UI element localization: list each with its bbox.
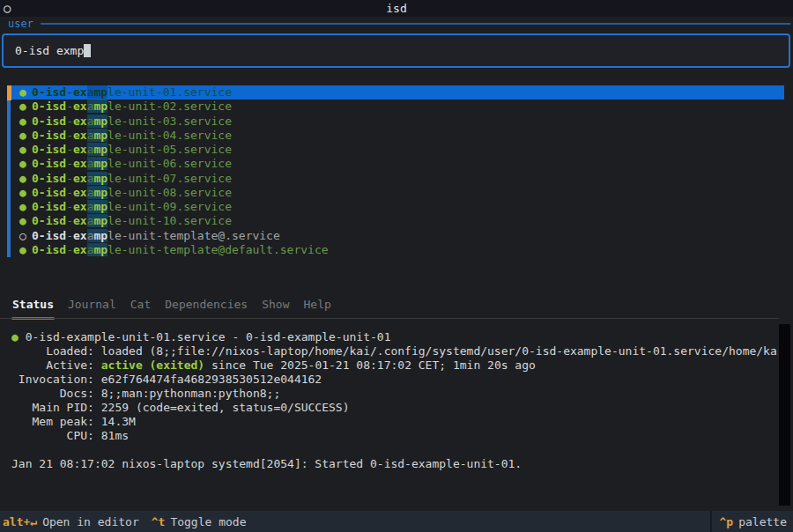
binding-label: Toggle mode [170, 515, 246, 528]
footer-binding[interactable]: alt+↵Open in editor [3, 515, 139, 528]
text-segment: - [66, 200, 73, 213]
unit-name: 0-isd-example-unit-template@.service [32, 229, 280, 242]
unit-name: 0-isd-example-unit-10.service [32, 214, 232, 227]
text-segment: le-unit-template@default.service [107, 243, 328, 256]
mode-panel-header: user [8, 17, 790, 30]
unit-active-icon: ● [19, 200, 32, 214]
unit-active-icon: ● [19, 157, 32, 171]
match-segment: ex [73, 186, 87, 199]
unit-list-item[interactable]: ○0-isd-example-unit-template@.service [11, 229, 784, 243]
status-text-segment: Mem peak: 14.3M [11, 415, 136, 428]
unit-list-item[interactable]: ●0-isd-example-unit-05.service [11, 143, 784, 157]
unit-list-item[interactable]: ●0-isd-example-unit-06.service [11, 157, 784, 171]
unit-search-input[interactable]: 0-isd exmp [2, 33, 790, 68]
app-title: isd [0, 0, 793, 17]
unit-list-item[interactable]: ●0-isd-example-unit-template@default.ser… [11, 243, 784, 257]
unit-list-item[interactable]: ●0-isd-example-unit-09.service [11, 200, 784, 214]
unit-name: 0-isd-example-unit-09.service [32, 200, 232, 213]
unit-active-icon: ● [19, 129, 32, 143]
match-segment: 0-isd [32, 214, 66, 227]
unit-list-item[interactable]: ●0-isd-example-unit-04.service [11, 129, 784, 143]
unit-rows: ●0-isd-example-unit-01.service●0-isd-exa… [0, 85, 793, 257]
tab-help[interactable]: Help [303, 295, 330, 317]
unit-active-icon: ● [19, 100, 32, 114]
match-segment: 0-isd [32, 229, 66, 242]
match-segment: 0-isd [32, 129, 66, 142]
match-segment: 0-isd [32, 85, 66, 99]
match-segment: 0-isd [32, 172, 66, 185]
unit-list-item[interactable]: ●0-isd-example-unit-08.service [11, 186, 784, 200]
match-segment: mp [93, 243, 107, 256]
tab-journal[interactable]: Journal [68, 295, 116, 317]
text-segment: - [66, 157, 73, 170]
unit-list-item[interactable]: ●0-isd-example-unit-03.service [11, 115, 784, 129]
unit-active-icon: ● [19, 214, 32, 228]
unit-list-item[interactable]: ●0-isd-example-unit-02.service [11, 100, 784, 114]
match-segment: ex [73, 100, 87, 113]
status-scrollbar[interactable] [779, 324, 790, 506]
footer-keybar: alt+↵Open in editor^tToggle mode ^p pale… [0, 511, 793, 532]
tab-dependencies[interactable]: Dependencies [165, 295, 248, 317]
unit-name: 0-isd-example-unit-05.service [32, 143, 232, 156]
match-segment: ex [73, 243, 87, 256]
match-segment: 0-isd [32, 115, 66, 128]
match-segment: 0-isd [32, 157, 66, 170]
status-text-segment: ● [11, 330, 26, 344]
match-segment: mp [93, 172, 107, 185]
unit-active-icon: ● [19, 85, 32, 100]
text-segment: - [66, 129, 73, 142]
status-text-segment: 0-isd-example-unit-01.service - 0-isd-ex… [26, 330, 391, 344]
match-segment: 0-isd [32, 100, 66, 113]
palette-key: ^p [720, 515, 734, 528]
text-segment: le-unit-02.service [107, 100, 232, 113]
unit-list-item[interactable]: ●0-isd-example-unit-10.service [11, 214, 784, 228]
text-segment: - [66, 186, 73, 199]
match-segment: 0-isd [32, 243, 66, 256]
unit-name: 0-isd-example-unit-template@default.serv… [32, 243, 329, 256]
unit-name: 0-isd-example-unit-02.service [32, 100, 232, 113]
match-segment: ex [73, 229, 87, 242]
palette-shortcut[interactable]: ^p palette [710, 511, 793, 532]
unit-inactive-icon: ○ [19, 229, 32, 243]
text-segment: le-unit-template@.service [107, 229, 280, 242]
status-panel: ● 0-isd-example-unit-01.service - 0-isd-… [0, 324, 793, 507]
match-segment: mp [93, 157, 107, 170]
match-segment: mp [93, 85, 107, 99]
unit-list-item[interactable]: ●0-isd-example-unit-07.service [11, 172, 784, 186]
match-segment: ex [73, 129, 87, 142]
match-segment: ex [73, 214, 87, 227]
match-segment: 0-isd [32, 186, 66, 199]
match-segment: mp [93, 143, 107, 156]
text-segment: le-unit-01.service [107, 85, 232, 99]
status-text-segment: Main PID: 2259 (code=exited, status=0/SU… [11, 401, 350, 414]
text-segment: - [66, 214, 73, 227]
unit-list-item[interactable]: ●0-isd-example-unit-01.service [11, 85, 784, 100]
footer-binding[interactable]: ^tToggle mode [152, 515, 247, 528]
status-text-segment: Active: [11, 358, 101, 372]
match-segment: mp [93, 214, 107, 227]
tab-show[interactable]: Show [262, 295, 289, 317]
status-output: ● 0-isd-example-unit-01.service - 0-isd-… [11, 330, 778, 471]
text-segment: le-unit-06.service [107, 157, 232, 170]
match-segment: mp [93, 186, 107, 199]
list-focus-bar [7, 85, 11, 257]
text-segment: le-unit-03.service [107, 115, 232, 128]
tab-bar-divider [0, 318, 779, 319]
status-text-segment: since Tue 2025-01-21 08:17:02 CET; 1min … [204, 358, 536, 372]
status-text-segment [11, 443, 19, 456]
match-segment: ex [73, 172, 87, 185]
palette-label: palette [738, 515, 787, 528]
unit-name: 0-isd-example-unit-08.service [32, 186, 232, 199]
tab-status[interactable]: Status [12, 295, 54, 317]
match-segment: ex [73, 85, 87, 99]
tabs-row: StatusJournalCatDependenciesShowHelp [0, 295, 793, 320]
selected-row-marker [7, 85, 11, 100]
text-segment: - [66, 243, 73, 256]
unit-active-icon: ● [19, 186, 32, 200]
tab-cat[interactable]: Cat [130, 295, 151, 317]
isd-app: ○ isd user 0-isd exmp ●0-isd-example-uni… [0, 0, 793, 532]
mode-label: user [8, 18, 41, 30]
match-segment: mp [93, 229, 107, 242]
text-segment: - [66, 115, 73, 128]
text-segment: le-unit-07.service [107, 172, 232, 185]
